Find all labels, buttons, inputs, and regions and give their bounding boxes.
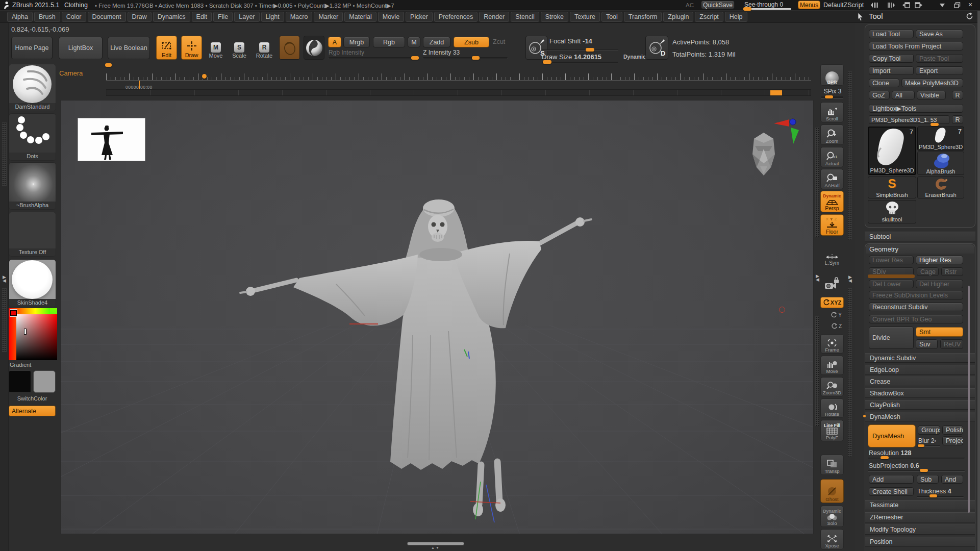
subprojection-slider[interactable]: [868, 470, 965, 471]
current-stroke-item[interactable]: Dots: [9, 113, 56, 161]
clone-button[interactable]: Clone: [869, 79, 899, 87]
polish-button[interactable]: Polish: [942, 425, 963, 435]
collapse-right-tray-icon[interactable]: [884, 2, 895, 8]
current-alpha-item[interactable]: ~BrushAlpha: [9, 162, 56, 210]
draw-button[interactable]: Draw: [181, 36, 202, 60]
rotate-canvas-button[interactable]: Rotate: [820, 398, 844, 418]
lower-res-button[interactable]: Lower Res: [869, 256, 914, 264]
zoom-button[interactable]: Zoom: [820, 124, 844, 145]
active-tool-thumbnail[interactable]: 7 PM3D_Sphere3D: [868, 127, 916, 175]
tool-slot-skulltool[interactable]: skulltool: [868, 200, 916, 223]
move-button[interactable]: M Move: [207, 36, 225, 60]
current-material-item[interactable]: SkinShade4: [9, 259, 56, 307]
dynamesh-section[interactable]: DynaMesh: [865, 412, 975, 421]
shelf-panel-divider-top[interactable]: [848, 71, 852, 240]
quicksave-button[interactable]: QuickSave: [701, 1, 735, 9]
goz-button[interactable]: GoZ: [869, 91, 890, 99]
zadd-button[interactable]: Zadd: [423, 37, 450, 47]
freeze-subdivision-button[interactable]: Freeze SubDivision Levels: [869, 291, 963, 299]
m-button[interactable]: M: [408, 37, 420, 47]
load-tool-button[interactable]: Load Tool: [869, 30, 914, 38]
scroll-button[interactable]: Scroll: [820, 102, 844, 122]
tool-slot-alphabrush[interactable]: AlphaBrush: [917, 152, 964, 175]
timeline-ruler[interactable]: [106, 72, 811, 81]
make-polymesh3d-button[interactable]: Make PolyMesh3D: [901, 79, 963, 87]
canvas-shelf-expand-icon[interactable]: ▶◀: [815, 274, 820, 282]
transparency-button[interactable]: Transp: [820, 455, 844, 475]
current-color-swatch[interactable]: [10, 310, 17, 316]
restore-layout-icon[interactable]: [915, 2, 923, 9]
zremesher-section[interactable]: ZRemesher: [865, 512, 975, 522]
store-layout-icon[interactable]: [902, 2, 910, 9]
mrgb-button[interactable]: Mrgb: [343, 37, 370, 47]
thickness-slider-handle[interactable]: [929, 494, 937, 497]
timeline-track-name[interactable]: Camera: [59, 69, 83, 77]
local-symmetry-button[interactable]: L.Sym: [821, 250, 843, 266]
subprojection-slider-handle[interactable]: [920, 469, 928, 472]
color-picker[interactable]: [9, 308, 57, 360]
menu-item-render[interactable]: Render: [479, 12, 509, 22]
bpr-render-button[interactable]: BPR: [820, 64, 844, 86]
perspective-button[interactable]: Dynamic Persp: [820, 191, 844, 212]
menu-item-color[interactable]: Color: [62, 12, 86, 22]
menu-item-macro[interactable]: Macro: [286, 12, 313, 22]
and-button[interactable]: And: [941, 475, 963, 484]
claypolish-section[interactable]: ClayPolish: [865, 400, 975, 410]
load-tools-from-project-button[interactable]: Load Tools From Project: [869, 42, 963, 51]
menu-item-light[interactable]: Light: [261, 12, 284, 22]
floor-button[interactable]: XYZ Floor: [820, 214, 844, 236]
reuv-button[interactable]: ReUV: [940, 339, 963, 349]
menu-item-dynamics[interactable]: Dynamics: [153, 12, 190, 22]
sdiv-slider-fill[interactable]: [868, 274, 915, 278]
export-button[interactable]: Export: [916, 66, 963, 75]
canvas-h-scrollbar[interactable]: [407, 542, 464, 545]
subprojection-slider-label[interactable]: SubProjection 0.6: [869, 462, 919, 469]
resolution-slider-handle[interactable]: [881, 456, 889, 459]
timeline-keyframe-dot[interactable]: [202, 74, 207, 79]
position-section[interactable]: Position: [865, 537, 975, 547]
menu-item-transform[interactable]: Transform: [624, 12, 662, 22]
goz-all-button[interactable]: All: [892, 91, 915, 99]
sub-button[interactable]: Sub: [917, 475, 939, 484]
blur-slider-handle[interactable]: [918, 444, 924, 447]
canvas-shelf-divider-bottom[interactable]: [815, 316, 819, 426]
xpose-button[interactable]: Xpose: [820, 529, 844, 549]
sv-square[interactable]: [16, 314, 57, 360]
edit-button[interactable]: Edit: [156, 36, 177, 60]
active-tool-slider-handle[interactable]: [931, 123, 939, 126]
tool-slot-sphere3d[interactable]: 7 PM3D_Sphere3D: [917, 127, 964, 151]
menu-item-draw[interactable]: Draw: [128, 12, 152, 22]
suv-button[interactable]: Suv: [916, 339, 938, 349]
add-button[interactable]: Add: [869, 475, 914, 484]
actual-size-button[interactable]: x1 Actual: [820, 147, 844, 167]
left-divider-grip-top[interactable]: [2, 122, 7, 186]
ghost-button[interactable]: Ghost: [820, 479, 844, 503]
lightbox-preview-thumbnail[interactable]: [78, 118, 145, 161]
z-intensity-slider[interactable]: [423, 57, 508, 59]
scale-button[interactable]: S Scale: [230, 36, 248, 60]
lightbox-button[interactable]: LightBox: [59, 37, 103, 59]
crease-section[interactable]: Crease: [865, 377, 975, 386]
restore-window-icon[interactable]: [954, 2, 961, 8]
close-window-icon[interactable]: ×: [968, 1, 972, 9]
alternate-button[interactable]: Alternate: [9, 406, 56, 416]
shelf-panel-divider-bottom[interactable]: [848, 288, 852, 457]
aahalf-button[interactable]: AAHalf: [820, 169, 844, 189]
subtool-section-header[interactable]: Subtool: [865, 232, 975, 241]
right-window-edge[interactable]: [977, 11, 980, 551]
current-brush-item[interactable]: DamStandard: [9, 64, 56, 111]
current-texture-item[interactable]: Texture Off: [9, 212, 56, 257]
canvas-scroll-arrows[interactable]: ▲▼: [431, 546, 440, 549]
rotate-on-xyz-button[interactable]: XYZ: [820, 297, 844, 308]
menu-item-edit[interactable]: Edit: [192, 12, 212, 22]
menu-item-stencil[interactable]: Stencil: [511, 12, 539, 22]
timeline-segment-strip[interactable]: [106, 89, 811, 96]
rotate-on-y-button[interactable]: Y: [822, 310, 842, 320]
current-material-button[interactable]: [304, 36, 324, 60]
groups-button[interactable]: Groups: [918, 425, 940, 435]
thickness-slider-label[interactable]: Thickness 4: [917, 488, 951, 495]
move-canvas-button[interactable]: Move: [820, 356, 844, 375]
dynamesh-button[interactable]: DynaMesh: [868, 424, 916, 447]
menu-item-marker[interactable]: Marker: [314, 12, 343, 22]
polyframe-button[interactable]: Line Fill PolyF: [820, 420, 844, 441]
